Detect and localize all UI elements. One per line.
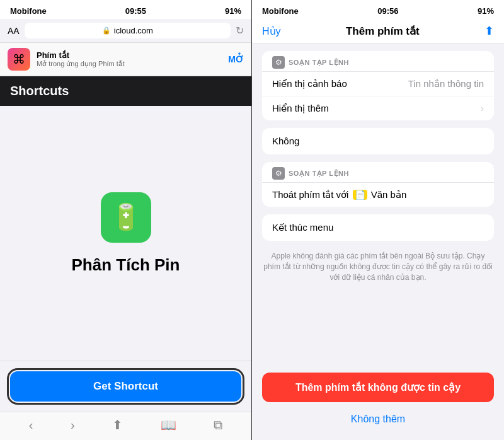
app-banner-text: Phím tắt Mở trong ứng dụng Phím tắt [37, 50, 125, 68]
right-scroll-content[interactable]: ⚙ SOẠN TẠP LỆNH Hiển thị cảnh báo Tin nh… [252, 43, 504, 365]
left-phone: Mobifone 09:55 91% AA 🔒 icloud.com ↻ ⌘ P… [0, 0, 252, 440]
section2-row-label: Thoát phím tắt với 📄 Văn bản [272, 189, 406, 200]
refresh-icon[interactable]: ↻ [236, 25, 244, 37]
bottom-toolbar: ‹ › ⬆ 📖 ⧉ [0, 412, 251, 440]
section2-row: Thoát phím tắt với 📄 Văn bản [262, 183, 494, 207]
section1-row2[interactable]: Hiển thị thêm › [262, 96, 494, 120]
app-sub: Mở trong ứng dụng Phím tắt [37, 60, 125, 68]
browser-bar: AA 🔒 icloud.com ↻ [0, 19, 251, 43]
shortcuts-header: Shortcuts [0, 76, 251, 106]
address-bar[interactable]: 🔒 icloud.com [25, 23, 231, 38]
right-carrier: Mobifone [262, 6, 299, 16]
section1-row1-label: Hiển thị cảnh báo [272, 78, 347, 90]
get-shortcut-button[interactable]: Get Shortcut [10, 371, 241, 402]
open-button[interactable]: MỞ [228, 54, 244, 64]
back-icon[interactable]: ‹ [29, 418, 33, 432]
left-time: 09:55 [125, 6, 146, 16]
tabs-icon[interactable]: ⧉ [214, 418, 222, 432]
section1-header-text: SOẠN TẠP LỆNH [289, 59, 349, 67]
app-banner: ⌘ Phím tắt Mở trong ứng dụng Phím tắt MỞ [0, 43, 251, 76]
app-name: Phím tắt [37, 50, 125, 60]
shortcut-main-content: 🔋 Phân Tích Pin [0, 106, 251, 361]
khong-text: Không [272, 136, 299, 146]
ket-thuc-card[interactable]: Kết thúc menu [262, 214, 494, 241]
left-status-bar: Mobifone 09:55 91% [0, 0, 251, 19]
warning-text-area: Apple không đánh giá các phím tắt bên ng… [252, 248, 504, 290]
right-time: 09:56 [377, 6, 398, 16]
shortcut-title: Phân Tích Pin [72, 255, 180, 275]
cancel-button[interactable]: Hủy [262, 25, 281, 37]
nav-title: Thêm phím tắt [346, 25, 420, 38]
section1-header: ⚙ SOẠN TẠP LỆNH [262, 51, 494, 72]
right-nav-bar: Hủy Thêm phím tắt ⬆ [252, 19, 504, 43]
get-shortcut-area: Get Shortcut [0, 361, 251, 412]
section1-row1-value: Tin nhắn thông tin [408, 78, 484, 90]
lock-icon: 🔒 [102, 26, 111, 35]
warning-text: Apple không đánh giá các phím tắt bên ng… [262, 251, 494, 282]
left-battery: 91% [225, 6, 241, 16]
khong-card[interactable]: Không [262, 128, 494, 154]
share-icon[interactable]: ⬆ [484, 24, 494, 38]
shortcut-icon-symbol: 🔋 [110, 202, 142, 232]
chevron-icon: › [481, 103, 484, 113]
right-status-bar: Mobifone 09:56 91% [252, 0, 504, 19]
url-text: icloud.com [114, 26, 153, 35]
share-toolbar-icon[interactable]: ⬆ [112, 417, 123, 432]
shortcuts-title: Shortcuts [10, 84, 69, 98]
right-phone: Mobifone 09:56 91% Hủy Thêm phím tắt ⬆ ⚙… [252, 0, 504, 440]
app-icon: ⌘ [8, 48, 30, 71]
shortcut-icon: 🔋 [101, 192, 151, 243]
right-battery: 91% [478, 6, 494, 16]
app-banner-left: ⌘ Phím tắt Mở trong ứng dụng Phím tắt [8, 48, 125, 71]
bookmarks-icon[interactable]: 📖 [161, 417, 176, 432]
right-bottom: Thêm phím tắt không được tin cậy Không t… [252, 365, 504, 440]
app-icon-symbol: ⌘ [13, 52, 25, 67]
section2-card: ⚙ SOẠN TẠP LỆNH Thoát phím tắt với 📄 Văn… [262, 162, 494, 207]
ket-thuc-text: Kết thúc menu [272, 222, 333, 233]
van-ban-emoji: 📄 [353, 190, 367, 200]
forward-icon[interactable]: › [71, 418, 75, 432]
section1-row2-label: Hiển thị thêm [272, 103, 329, 114]
no-add-button[interactable]: Không thêm [262, 408, 494, 430]
section1-icon: ⚙ [272, 56, 285, 69]
section2-header: ⚙ SOẠN TẠP LỆNH [262, 162, 494, 183]
left-carrier: Mobifone [10, 6, 47, 16]
section1-row1: Hiển thị cảnh báo Tin nhắn thông tin [262, 72, 494, 96]
section1-card: ⚙ SOẠN TẠP LỆNH Hiển thị cảnh báo Tin nh… [262, 51, 494, 120]
section2-icon: ⚙ [272, 167, 285, 180]
untrusted-button[interactable]: Thêm phím tắt không được tin cậy [262, 373, 494, 402]
aa-label[interactable]: AA [8, 26, 20, 36]
section2-header-text: SOẠN TẠP LỆNH [289, 170, 349, 178]
